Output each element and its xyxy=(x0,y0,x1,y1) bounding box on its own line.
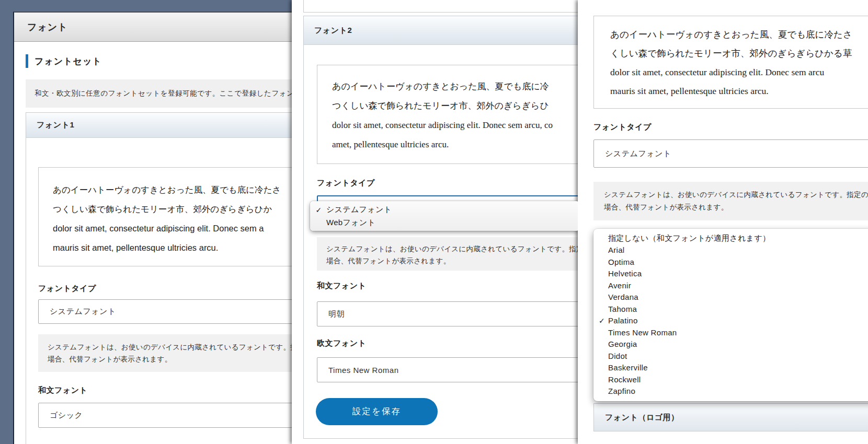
accent-bar xyxy=(26,54,28,68)
font2-section-header[interactable]: フォント2 xyxy=(304,16,578,45)
screenshot-canvas: フォント フォントセット 和文・欧文別に任意のフォントセットを登録可能です。ここ… xyxy=(0,0,868,444)
preview-line: あのイーハトーヴォのすきとおった風、夏でも底に冷 xyxy=(332,77,578,96)
font-type-option-web[interactable]: Webフォント xyxy=(310,216,578,229)
window-title-bar: フォント xyxy=(14,13,292,42)
font2-japanese-font-label: 和文フォント xyxy=(317,281,366,291)
font1-font-type-select[interactable]: システムフォント xyxy=(38,299,292,324)
preview-line: つくしい森で飾られたモリーオ市、郊外のぎらぎらひか xyxy=(53,200,292,219)
font-type-label: フォントタイプ xyxy=(593,122,652,132)
font2-font-type-label: フォントタイプ xyxy=(317,178,375,188)
font-type-option-system[interactable]: ✓ システムフォント xyxy=(310,203,578,216)
font1-section: フォント1 あのイーハトーヴォのすきとおった風、夏でも底に冷たさ つくしい森で飾… xyxy=(26,112,292,444)
page-title: フォント xyxy=(27,21,68,33)
latin-font-option[interactable]: Optima xyxy=(593,256,868,268)
font2-preview: あのイーハトーヴォのすきとおった風、夏でも底に冷 つくしい森で飾られたモリーオ市… xyxy=(317,65,578,164)
latin-font-option[interactable]: Tahoma xyxy=(593,303,868,315)
font-preview: あのイーハトーヴォのすきとおった風、夏でも底に冷たさ くしい森で飾られたモリーオ… xyxy=(593,16,868,109)
panel-middle: フォント2 あのイーハトーヴォのすきとおった風、夏でも底に冷 つくしい森で飾られ… xyxy=(292,0,578,444)
font-type-select[interactable]: システムフォント xyxy=(593,139,868,168)
latin-font-option[interactable]: Arial xyxy=(593,244,868,256)
fontset-section-title: フォントセット xyxy=(26,54,102,68)
latin-font-option-selected[interactable]: ✓ Palatino xyxy=(593,315,868,327)
font2-latin-font-select[interactable]: Times New Roman xyxy=(317,357,578,382)
latin-font-option[interactable]: Helvetica xyxy=(593,268,868,280)
fontset-section-title-text: フォントセット xyxy=(35,55,102,67)
font-settings-window: フォント フォントセット 和文・欧文別に任意のフォントセットを登録可能です。ここ… xyxy=(13,11,292,444)
font-type-dropdown-menu: ✓ システムフォント Webフォント xyxy=(310,201,578,231)
font2-japanese-font-select[interactable]: 明朝 xyxy=(317,301,578,326)
latin-font-option[interactable]: Baskerville xyxy=(593,362,868,374)
font1-japanese-font-label: 和文フォント xyxy=(38,385,87,395)
preview-line: amet, pellentesque ultricies arcu. xyxy=(332,135,578,154)
font1-system-font-note: システムフォントは、お使いのデバイスに内蔵されているフォントです。指定の 場合、… xyxy=(38,334,292,372)
preview-line: mauris sit amet, pellentesque ultricies … xyxy=(53,238,292,258)
font1-preview: あのイーハトーヴォのすきとおった風、夏でも底に冷たさ つくしい森で飾られたモリー… xyxy=(38,167,292,266)
font1-font-type-label: フォントタイプ xyxy=(38,284,96,294)
preview-line: あのイーハトーヴォのすきとおった風、夏でも底に冷たさ xyxy=(610,25,868,44)
font1-section-header[interactable]: フォント1 xyxy=(26,113,292,138)
latin-font-option[interactable]: Avenir xyxy=(593,279,868,291)
preview-line: dolor sit amet, consectetur adipiscing e… xyxy=(332,115,578,135)
save-settings-button[interactable]: 設定を保存 xyxy=(316,398,438,425)
latin-font-option-none[interactable]: 指定しない（和文フォントが適用されます） xyxy=(593,232,868,244)
font2-system-font-note: システムフォントは、お使いのデバイスに内蔵されているフォントです。指定 場合、代… xyxy=(317,237,578,271)
latin-font-option[interactable]: Verdana xyxy=(593,291,868,303)
logo-font-section-header[interactable]: フォント（ロゴ用） xyxy=(593,403,868,431)
font2-latin-font-label: 欧文フォント xyxy=(317,338,366,348)
checkmark-icon: ✓ xyxy=(597,317,607,325)
panel-right: あのイーハトーヴォのすきとおった風、夏でも底に冷たさ くしい森で飾られたモリーオ… xyxy=(578,0,868,444)
latin-font-option[interactable]: Didot xyxy=(593,350,868,362)
fontset-description: 和文・欧文別に任意のフォントセットを登録可能です。ここで登録したフォントを xyxy=(26,79,292,108)
panel-left: フォント フォントセット 和文・欧文別に任意のフォントセットを登録可能です。ここ… xyxy=(0,0,292,444)
preview-line: dolor sit amet, consectetur adipiscing e… xyxy=(610,63,868,81)
preview-line: dolor sit amet, consectetur adipiscing e… xyxy=(53,219,292,238)
latin-font-dropdown-menu: 指定しない（和文フォントが適用されます） Arial Optima Helvet… xyxy=(593,229,868,401)
preview-line: あのイーハトーヴォのすきとおった風、夏でも底に冷たさ xyxy=(53,180,292,200)
latin-font-option[interactable]: Zapfino xyxy=(593,385,868,398)
system-font-note: システムフォントは、お使いのデバイスに内蔵されているフォントです。指定のフォ 場… xyxy=(593,182,868,220)
previous-section-bottom-edge xyxy=(303,0,578,13)
preview-line: くしい森で飾られたモリーオ市、郊外のぎらぎらひかる草 xyxy=(610,44,868,63)
latin-font-option[interactable]: Georgia xyxy=(593,338,868,350)
latin-font-option[interactable]: Rockwell xyxy=(593,373,868,385)
latin-font-option[interactable]: Times New Roman xyxy=(593,326,868,338)
preview-line: つくしい森で飾られたモリーオ市、郊外のぎらぎらひ xyxy=(332,96,578,115)
checkmark-icon: ✓ xyxy=(314,206,323,214)
preview-line: mauris sit amet, pellentesque ultricies … xyxy=(610,81,868,100)
font1-japanese-font-select[interactable]: ゴシック xyxy=(38,403,292,428)
